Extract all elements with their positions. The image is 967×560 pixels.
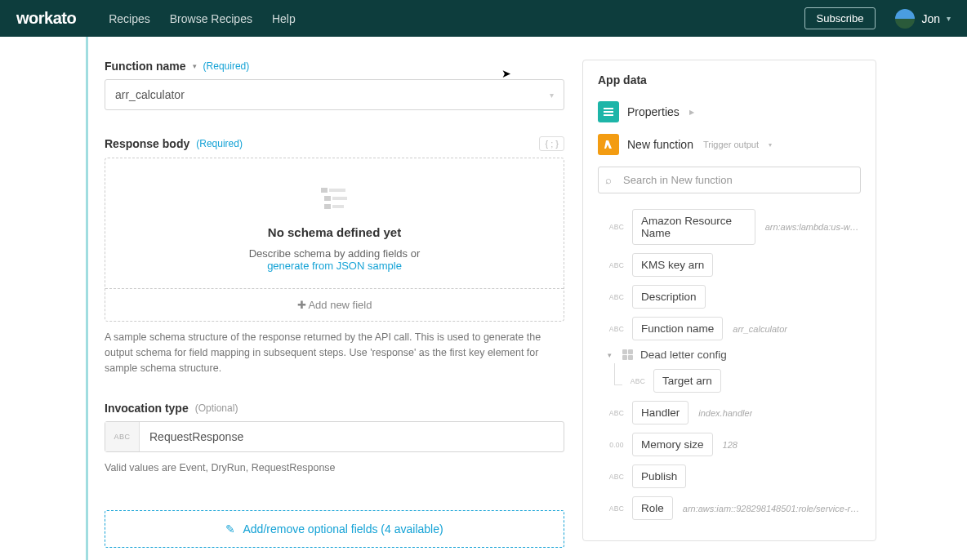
- type-badge: 0.00: [608, 441, 626, 449]
- field-publish[interactable]: Publish: [632, 464, 686, 488]
- type-badge: ABC: [608, 473, 626, 481]
- plus-icon: ✚: [297, 299, 306, 311]
- svg-rect-3: [332, 197, 347, 200]
- chevron-right-icon: ▶: [689, 109, 694, 116]
- nav-help[interactable]: Help: [272, 12, 296, 25]
- left-sidebar: [0, 37, 88, 560]
- collapse-icon[interactable]: ▾: [608, 351, 616, 359]
- nav-recipes[interactable]: Recipes: [109, 12, 150, 25]
- field-function-name[interactable]: Function name: [632, 317, 723, 340]
- response-body-label: Response body: [105, 137, 189, 150]
- function-name-select[interactable]: arr_calculator ▾: [105, 79, 564, 110]
- field-function-name-value: arr_calculator: [733, 324, 787, 334]
- top-nav: Recipes Browse Recipes Help: [109, 12, 296, 25]
- add-field-button[interactable]: ✚ Add new field: [105, 288, 564, 321]
- app-data-panel: App data Properties ▶ New function Trigg…: [582, 60, 876, 541]
- svg-rect-0: [321, 188, 328, 193]
- svg-rect-4: [324, 204, 331, 209]
- chevron-down-icon[interactable]: ▾: [193, 62, 197, 70]
- invocation-value: RequestResponse: [140, 422, 564, 451]
- app-header: workato Recipes Browse Recipes Help Subs…: [0, 0, 967, 37]
- schema-empty-title: No schema defined yet: [122, 225, 547, 239]
- avatar: [895, 9, 915, 29]
- optional-tag: (Optional): [195, 402, 238, 414]
- app-data-title: App data: [598, 73, 861, 87]
- type-badge: ABC: [608, 293, 626, 301]
- required-tag: (Required): [196, 138, 243, 149]
- svg-rect-1: [329, 189, 345, 192]
- invocation-type-label: Invocation type: [105, 402, 189, 415]
- user-name: Jon: [921, 12, 940, 25]
- svg-rect-7: [604, 111, 613, 113]
- properties-icon: [598, 101, 619, 122]
- field-arn[interactable]: Amazon Resource Name: [632, 209, 755, 245]
- field-kms[interactable]: KMS key arn: [632, 253, 713, 277]
- svg-rect-2: [324, 196, 331, 201]
- field-role[interactable]: Role: [632, 496, 673, 520]
- generate-json-link[interactable]: generate from JSON sample: [267, 260, 402, 272]
- type-badge: ABC: [608, 261, 626, 269]
- function-name-value: arr_calculator: [115, 88, 185, 101]
- type-badge: ABC: [105, 422, 140, 451]
- invocation-help: Valid values are Event, DryRun, RequestR…: [105, 460, 564, 476]
- schema-empty-desc: Describe schema by adding fields or gene…: [122, 247, 547, 272]
- type-badge: ABC: [608, 325, 626, 333]
- new-function-row[interactable]: New function Trigger output ▾: [598, 134, 861, 155]
- field-memory-value: 128: [723, 440, 738, 450]
- dead-letter-config[interactable]: Dead letter config: [640, 349, 727, 361]
- field-arn-value: arn:aws:lambda:us-west-2:9: [765, 222, 861, 232]
- schema-icon: [321, 188, 349, 212]
- user-menu[interactable]: Jon ▾: [895, 9, 951, 29]
- lambda-icon: [598, 134, 619, 155]
- search-input[interactable]: [598, 167, 861, 193]
- invocation-type-input[interactable]: ABC RequestResponse: [105, 421, 564, 452]
- type-badge: ABC: [629, 377, 647, 385]
- properties-row[interactable]: Properties ▶: [598, 101, 861, 122]
- subscribe-button[interactable]: Subscribe: [804, 7, 876, 29]
- logo[interactable]: workato: [16, 9, 76, 28]
- chevron-down-icon: ▾: [550, 91, 554, 100]
- properties-label: Properties: [627, 105, 680, 118]
- type-badge: ABC: [608, 409, 626, 417]
- field-memory-size[interactable]: Memory size: [632, 433, 713, 456]
- object-icon: [622, 349, 634, 361]
- new-function-label: New function: [627, 138, 693, 151]
- json-toggle[interactable]: { ; }: [539, 136, 564, 151]
- field-description[interactable]: Description: [632, 285, 706, 309]
- field-target-arn[interactable]: Target arn: [653, 369, 721, 393]
- chevron-down-icon: ▾: [947, 14, 951, 23]
- nav-browse[interactable]: Browse Recipes: [170, 12, 252, 25]
- search-icon: ⌕: [605, 174, 612, 186]
- field-role-value: arn:aws:iam::928298148501:role/service-r…: [683, 504, 861, 513]
- svg-rect-6: [604, 108, 613, 109]
- svg-rect-8: [604, 114, 613, 116]
- trigger-output-label: Trigger output: [703, 140, 759, 149]
- pencil-icon: ✎: [225, 522, 235, 536]
- type-badge: ABC: [608, 504, 626, 513]
- response-body-help: A sample schema structure of the respons…: [105, 330, 564, 376]
- schema-container: No schema defined yet Describe schema by…: [105, 158, 564, 322]
- field-handler-value: index.handler: [698, 408, 752, 418]
- svg-rect-5: [332, 205, 344, 208]
- field-handler[interactable]: Handler: [632, 401, 688, 424]
- required-tag: (Required): [203, 60, 250, 72]
- function-name-label: Function name: [105, 60, 186, 73]
- type-badge: ABC: [608, 223, 626, 231]
- optional-fields-button[interactable]: ✎ Add/remove optional fields (4 availabl…: [105, 510, 564, 548]
- chevron-down-icon: ▾: [769, 141, 772, 149]
